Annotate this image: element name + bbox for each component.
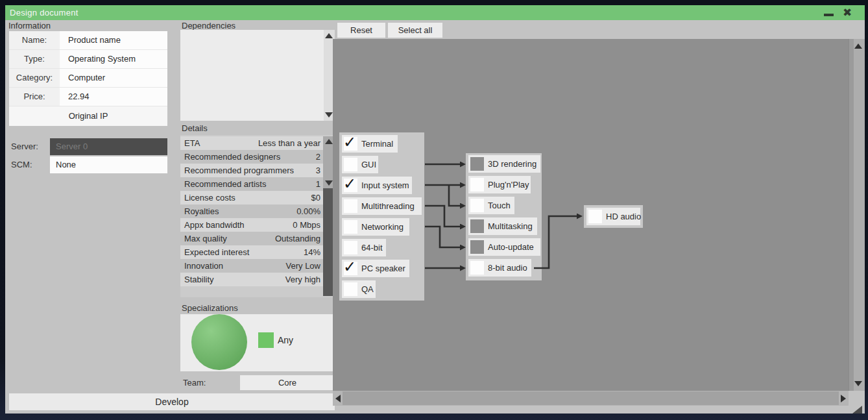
checkbox-locked[interactable] <box>470 219 484 233</box>
feature-label: Multithreading <box>361 197 415 215</box>
feature-label: Plug'n'Play <box>488 176 529 193</box>
checkmark-icon: ✓ <box>343 258 356 275</box>
name-input[interactable]: Product name <box>60 31 167 49</box>
scroll-up-icon[interactable] <box>325 139 333 144</box>
feature-label: PC speaker <box>361 260 405 277</box>
information-header: Information <box>8 21 51 31</box>
horizontal-scrollbar[interactable] <box>333 391 849 406</box>
detail-label: Stability <box>184 273 214 286</box>
horizontal-scroll-thumb[interactable] <box>343 391 839 405</box>
feature-hd-audio[interactable]: HD audio <box>586 208 640 225</box>
name-row: Name: Product name <box>9 31 167 50</box>
dependencies-header: Dependencies <box>182 21 235 31</box>
vertical-scrollbar[interactable] <box>849 39 864 391</box>
feature-terminal[interactable]: ✓Terminal <box>342 135 398 153</box>
details-panel: ETALess than a year Recommended designer… <box>180 135 335 297</box>
detail-row: Recommended artists1 <box>180 177 323 191</box>
checkbox[interactable] <box>470 199 484 212</box>
feature-label: Auto-update <box>488 238 534 256</box>
feature-64-bit[interactable]: 64-bit <box>342 239 386 256</box>
detail-row: License costs$0 <box>180 191 323 204</box>
detail-label: Recommended artists <box>184 177 266 191</box>
reset-button[interactable]: Reset <box>337 23 385 38</box>
scm-label: SCM: <box>11 156 32 173</box>
feature-plug-n-play[interactable]: Plug'n'Play <box>468 176 531 193</box>
original-ip-button[interactable]: Original IP <box>9 106 167 125</box>
server-label: Server: <box>11 138 38 155</box>
price-row: Price: 22.94 <box>9 88 167 106</box>
detail-value: 0 Mbps <box>293 218 320 232</box>
vertical-scroll-thumb[interactable] <box>854 39 865 391</box>
detail-value: 14% <box>304 245 320 259</box>
details-header: Details <box>182 123 208 133</box>
checkbox-locked[interactable] <box>470 157 484 171</box>
detail-value: 3 <box>316 164 320 177</box>
feature-networking[interactable]: Networking <box>342 218 409 236</box>
checkbox-locked[interactable] <box>470 240 484 254</box>
feature-input-system[interactable]: ✓Input system <box>342 177 412 194</box>
detail-value: 0.00% <box>296 204 320 218</box>
checkbox[interactable] <box>344 158 357 171</box>
resize-grip[interactable] <box>852 406 862 414</box>
detail-value: Outstanding <box>275 232 320 245</box>
scroll-down-icon[interactable] <box>325 112 333 117</box>
feature-label: Networking <box>361 218 404 236</box>
minimize-icon[interactable] <box>824 14 834 16</box>
select-all-button[interactable]: Select all <box>388 23 442 38</box>
detail-value: Very Low <box>286 259 320 273</box>
checkbox[interactable] <box>344 199 357 213</box>
feature-qa[interactable]: QA <box>342 280 376 298</box>
category-select[interactable]: Computer <box>60 69 167 87</box>
category-label: Category: <box>9 69 60 87</box>
category-row: Category: Computer <box>9 69 167 88</box>
dependencies-panel <box>180 30 335 121</box>
scroll-right-icon[interactable] <box>841 395 846 402</box>
detail-row: ETALess than a year <box>180 136 323 150</box>
feature-label: HD audio <box>606 208 641 225</box>
feature-label: Multitasking <box>488 217 533 235</box>
scroll-up-icon[interactable] <box>325 33 333 38</box>
checkbox[interactable] <box>470 261 484 275</box>
feature-touch[interactable]: Touch <box>468 197 514 214</box>
window-title: Design document <box>10 5 78 20</box>
price-input[interactable]: 22.94 <box>60 88 167 106</box>
titlebar[interactable]: Design document ✖ <box>5 5 865 20</box>
feature-auto-update[interactable]: Auto-update <box>468 238 540 256</box>
detail-row: Recommended programmers3 <box>180 164 323 177</box>
detail-label: Expected interest <box>184 245 249 259</box>
checkmark-icon: ✓ <box>343 133 356 151</box>
server-select[interactable]: Server 0 <box>50 138 167 155</box>
detail-label: Appx bandwidth <box>184 218 245 232</box>
checkbox[interactable] <box>470 178 484 191</box>
scroll-down-icon[interactable] <box>854 381 862 386</box>
feature-label: GUI <box>361 156 376 173</box>
scroll-down-icon[interactable] <box>325 180 333 186</box>
team-select[interactable]: Core <box>240 375 335 390</box>
feature-pc-speaker[interactable]: ✓PC speaker <box>342 260 409 277</box>
develop-button[interactable]: Develop <box>9 393 335 410</box>
detail-label: License costs <box>184 191 235 204</box>
checkbox[interactable] <box>344 220 357 234</box>
feature-multithreading[interactable]: Multithreading <box>342 197 422 215</box>
feature-gui[interactable]: GUI <box>342 156 378 173</box>
feature-3d-rendering[interactable]: 3D rendering <box>468 155 540 173</box>
detail-value: 1 <box>316 177 320 191</box>
scroll-left-icon[interactable] <box>335 395 341 402</box>
detail-label: Royalties <box>184 204 219 218</box>
scroll-up-icon[interactable] <box>854 43 862 49</box>
type-row: Type: Operating System <box>9 50 167 69</box>
type-select[interactable]: Operating System <box>60 50 167 68</box>
feature-8-bit-audio[interactable]: 8-bit audio <box>468 259 531 277</box>
detail-row: StabilityVery high <box>180 273 323 286</box>
checkbox[interactable] <box>588 210 602 223</box>
feature-multitasking[interactable]: Multitasking <box>468 217 537 235</box>
checkbox[interactable] <box>344 282 357 296</box>
name-label: Name: <box>9 31 60 49</box>
close-icon[interactable]: ✖ <box>843 6 852 20</box>
scm-select[interactable]: None <box>50 156 167 173</box>
detail-row: Appx bandwidth0 Mbps <box>180 218 323 232</box>
feature-label: 64-bit <box>361 239 383 256</box>
detail-value: 2 <box>316 150 320 164</box>
checkbox[interactable] <box>344 241 357 254</box>
detail-label: Max quality <box>184 232 227 245</box>
